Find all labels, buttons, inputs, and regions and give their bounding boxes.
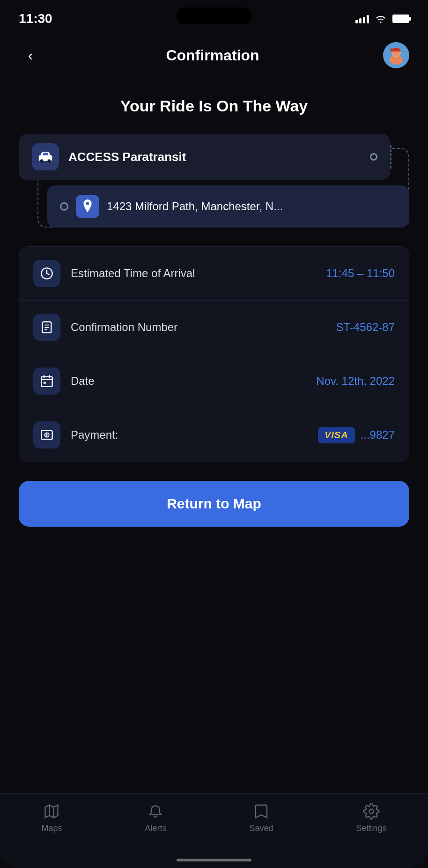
dashed-right	[390, 145, 391, 169]
header: ‹ Confirmation	[0, 33, 428, 78]
car-icon	[38, 150, 53, 163]
wifi-icon	[375, 14, 387, 23]
eta-value: 11:45 – 11:50	[326, 267, 395, 280]
svg-rect-13	[41, 377, 52, 387]
eta-label: Estimated Time of Arrival	[71, 267, 316, 280]
battery-icon	[392, 15, 409, 23]
svg-rect-17	[44, 382, 46, 384]
doc-svg	[40, 321, 53, 334]
back-chevron-icon: ‹	[28, 47, 33, 64]
cal-svg	[40, 375, 53, 388]
main-content: Your Ride Is On The Way ACCESS Paratrans…	[0, 78, 428, 559]
route-section: ACCESS Paratransit 1423 Milford Path, Ma…	[19, 134, 409, 228]
svg-rect-7	[43, 153, 48, 155]
confirmation-label: Confirmation Number	[71, 321, 326, 334]
visa-text: VISA	[325, 430, 348, 441]
alerts-icon	[147, 803, 164, 820]
bottom-nav: Maps Alerts Saved Settings	[0, 793, 428, 868]
location-pin-icon	[76, 195, 99, 218]
calendar-icon	[33, 368, 60, 395]
pay-svg	[40, 428, 53, 441]
settings-icon	[363, 803, 380, 820]
date-value: Nov. 12th, 2022	[316, 375, 395, 388]
nav-item-maps[interactable]: Maps	[41, 803, 62, 833]
destination-dot	[60, 202, 68, 211]
home-indicator	[177, 859, 251, 861]
status-icons	[355, 14, 409, 23]
saved-icon	[253, 803, 270, 820]
document-icon	[33, 314, 60, 341]
saved-label: Saved	[249, 824, 273, 833]
service-dot	[370, 153, 377, 161]
alerts-label: Alerts	[145, 824, 166, 833]
page-title: Confirmation	[166, 47, 259, 64]
info-section: Estimated Time of Arrival 11:45 – 11:50 …	[19, 246, 409, 462]
signal-icon	[355, 14, 369, 23]
payment-icon	[33, 421, 60, 449]
nav-item-saved[interactable]: Saved	[249, 803, 273, 833]
nav-item-settings[interactable]: Settings	[356, 803, 386, 833]
destination-card: 1423 Milford Path, Manchester, N...	[47, 185, 409, 228]
confirmation-value: ST-4562-87	[336, 321, 395, 334]
clock-svg	[40, 267, 53, 280]
clock-icon	[33, 260, 60, 287]
ride-heading: Your Ride Is On The Way	[19, 97, 409, 115]
service-card: ACCESS Paratransit	[19, 134, 391, 180]
service-icon	[32, 143, 59, 170]
payment-value: VISA ...9827	[318, 427, 395, 443]
payment-row: Payment: VISA ...9827	[19, 408, 409, 462]
svg-point-5	[40, 159, 43, 162]
maps-icon	[43, 803, 60, 820]
confirmation-row: Confirmation Number ST-4562-87	[19, 301, 409, 354]
back-button[interactable]: ‹	[19, 44, 42, 67]
nav-item-alerts[interactable]: Alerts	[145, 803, 166, 833]
destination-address: 1423 Milford Path, Manchester, N...	[107, 200, 396, 213]
eta-row: Estimated Time of Arrival 11:45 – 11:50	[19, 247, 409, 301]
svg-point-6	[47, 159, 51, 162]
status-time: 11:30	[19, 11, 52, 26]
visa-badge: VISA	[318, 427, 355, 443]
avatar-image	[383, 42, 409, 68]
settings-label: Settings	[356, 824, 386, 833]
date-label: Date	[71, 375, 306, 388]
dynamic-island	[177, 7, 251, 24]
svg-point-22	[369, 809, 373, 814]
avatar[interactable]	[383, 42, 409, 68]
card-last4: ...9827	[361, 428, 395, 441]
maps-label: Maps	[41, 824, 62, 833]
return-to-map-button[interactable]: Return to Map	[19, 481, 409, 527]
payment-label: Payment:	[71, 428, 308, 441]
service-name: ACCESS Paratransit	[68, 150, 361, 164]
pin-svg	[81, 199, 94, 213]
date-row: Date Nov. 12th, 2022	[19, 354, 409, 408]
